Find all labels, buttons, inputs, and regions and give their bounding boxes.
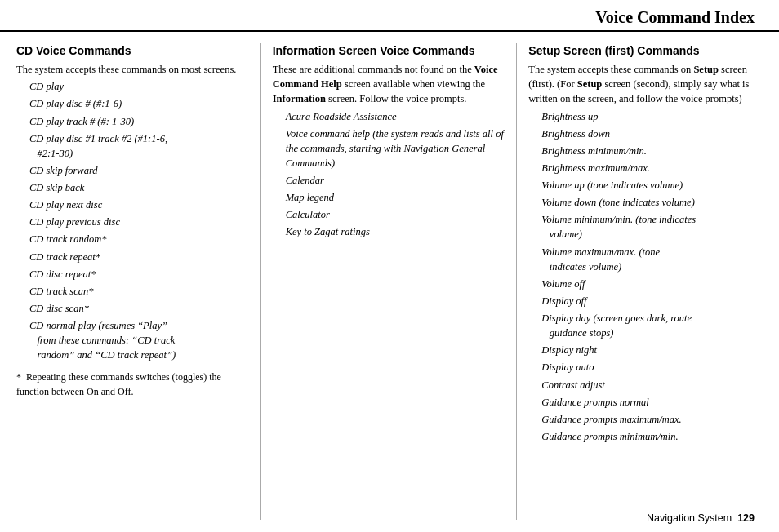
page-footer: Navigation System 129 [647, 512, 755, 524]
col3-cmd-2: Brightness down [541, 126, 763, 141]
col1: CD Voice Commands The system accepts the… [16, 43, 261, 520]
col1-footnote: * Repeating these commands switches (tog… [16, 370, 251, 399]
col1-cmd-12: CD track scan* [29, 284, 251, 299]
page-title: Voice Command Index [595, 8, 755, 27]
col1-heading: CD Voice Commands [16, 43, 251, 58]
col1-cmd-6: CD skip back [29, 180, 251, 195]
col1-cmd-3: CD play track # (#: 1-30) [29, 114, 251, 129]
col2-heading: Information Screen Voice Commands [273, 43, 507, 58]
col2-cmd-3: Calendar [286, 173, 507, 188]
footer-page: 129 [737, 512, 755, 524]
col3-cmd-13: Display auto [541, 360, 763, 375]
col3-cmd-6: Volume down (tone indicates volume) [541, 195, 763, 210]
col3-cmd-14: Contrast adjust [541, 378, 763, 392]
col3-cmd-11: Display day (screen goes dark, route gui… [541, 311, 763, 340]
col1-cmd-10: CD track repeat* [29, 250, 251, 264]
col2-intro: These are additional commands not found … [273, 62, 507, 106]
col1-cmd-5: CD skip forward [29, 163, 251, 178]
col1-cmd-11: CD disc repeat* [29, 267, 251, 282]
col2-cmd-4: Map legend [286, 190, 507, 205]
page: Voice Command Index CD Voice Commands Th… [0, 0, 779, 532]
col1-intro: The system accepts these commands on mos… [16, 62, 251, 77]
col2-cmd-5: Calculator [286, 207, 507, 222]
col2-cmd-1: Acura Roadside Assistance [286, 109, 507, 124]
col3-cmd-1: Brightness up [541, 109, 763, 124]
col2-body: These are additional commands not found … [273, 62, 507, 239]
col1-cmd-7: CD play next disc [29, 197, 251, 212]
col1-cmd-14: CD normal play (resumes “Play” from thes… [29, 318, 251, 362]
col3-cmd-17: Guidance prompts minimum/min. [541, 429, 763, 444]
col3-cmd-9: Volume off [541, 277, 763, 291]
col1-cmd-9: CD track random* [29, 232, 251, 246]
col1-cmd-2: CD play disc # (#:1-6) [29, 96, 251, 111]
col2: Information Screen Voice Commands These … [261, 43, 518, 520]
col1-cmd-8: CD play previous disc [29, 215, 251, 229]
col3-cmd-3: Brightness minimum/min. [541, 144, 763, 158]
col3-intro: The system accepts these commands on Set… [528, 62, 763, 106]
col3-cmd-10: Display off [541, 294, 763, 308]
col3: Setup Screen (first) Commands The system… [517, 43, 763, 520]
col3-cmd-7: Volume minimum/min. (tone indicates volu… [541, 212, 763, 242]
col3-cmd-4: Brightness maximum/max. [541, 161, 763, 175]
content-columns: CD Voice Commands The system accepts the… [0, 37, 779, 520]
col1-body: The system accepts these commands on mos… [16, 62, 251, 399]
title-bar: Voice Command Index [0, 0, 779, 32]
col2-cmd-6: Key to Zagat ratings [286, 224, 507, 239]
col3-body: The system accepts these commands on Set… [528, 62, 763, 444]
col2-cmd-2: Voice command help (the system reads and… [286, 126, 507, 171]
col3-cmd-16: Guidance prompts maximum/max. [541, 412, 763, 427]
col3-heading: Setup Screen (first) Commands [528, 43, 763, 58]
col3-cmd-8: Volume maximum/max. (tone indicates volu… [541, 245, 763, 274]
footer-label: Navigation System [647, 512, 732, 524]
col1-cmd-13: CD disc scan* [29, 301, 251, 316]
col3-cmd-5: Volume up (tone indicates volume) [541, 178, 763, 193]
col1-cmd-1: CD play [29, 79, 251, 94]
col3-cmd-12: Display night [541, 343, 763, 357]
col1-cmd-4: CD play disc #1 track #2 (#1:1-6, #2:1-3… [29, 131, 251, 161]
col3-cmd-15: Guidance prompts normal [541, 395, 763, 410]
